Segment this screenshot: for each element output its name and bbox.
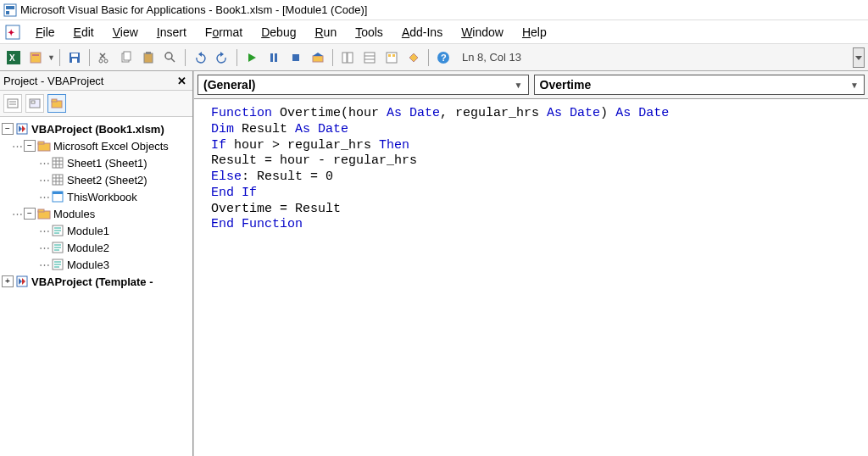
toolbar-overflow-icon[interactable] (853, 47, 865, 68)
stop-icon[interactable] (286, 47, 306, 68)
svg-rect-29 (348, 53, 353, 63)
project-pane-toolbar (0, 91, 192, 117)
toolbar-separator (428, 49, 429, 66)
pause-icon[interactable] (264, 47, 284, 68)
tree-thisworkbook[interactable]: ⋯ ThisWorkbook (2, 188, 191, 205)
view-object-icon[interactable] (25, 94, 44, 113)
tree-module3[interactable]: ⋯ Module3 (2, 256, 191, 273)
save-icon[interactable] (64, 47, 85, 68)
menu-view[interactable]: View (104, 22, 147, 42)
toggle-folders-icon[interactable] (47, 94, 66, 113)
toolbar: X ▼ ? Ln 8, Col 13 (0, 44, 868, 71)
collapse-icon[interactable]: − (24, 140, 36, 152)
dropdown-arrow-icon[interactable]: ▼ (47, 53, 55, 62)
tree-excel-objects[interactable]: ⋯ − Microsoft Excel Objects (2, 137, 191, 154)
toolbox-icon[interactable] (403, 47, 424, 68)
tree-vbaproject-template[interactable]: + VBAProject (Template - (2, 273, 191, 290)
toolbar-separator (59, 49, 60, 66)
tree-module1[interactable]: ⋯ Module1 (2, 222, 191, 239)
svg-line-19 (171, 58, 175, 62)
tree-sheet1[interactable]: ⋯ Sheet1 (Sheet1) (2, 154, 191, 171)
object-browser-icon[interactable] (381, 47, 402, 68)
project-pane-title: Project - VBAProject (3, 75, 104, 87)
menu-tools[interactable]: Tools (347, 22, 392, 42)
tree-vbaproject-book1[interactable]: − VBAProject (Book1.xlsm) (2, 120, 191, 137)
tree-modules[interactable]: ⋯ − Modules (2, 205, 191, 222)
view-code-icon[interactable] (3, 94, 22, 113)
vb-logo-icon: ✦ (5, 25, 20, 40)
worksheet-icon (51, 173, 64, 186)
collapse-icon[interactable]: − (24, 208, 36, 220)
object-dropdown[interactable]: (General) ▼ (198, 75, 529, 95)
menu-edit[interactable]: Edit (65, 22, 103, 42)
toolbar-separator (185, 49, 186, 66)
project-tree[interactable]: − VBAProject (Book1.xlsm) ⋯ − Microsoft … (0, 117, 192, 456)
folder-icon (37, 139, 51, 153)
help-icon[interactable]: ? (433, 47, 453, 68)
menu-addins[interactable]: Add-Ins (393, 22, 451, 42)
svg-rect-33 (387, 53, 397, 63)
module-icon (51, 258, 64, 271)
svg-marker-20 (198, 52, 202, 57)
menu-format[interactable]: Format (197, 22, 251, 42)
code-line: End If (211, 186, 851, 202)
close-icon[interactable]: ✕ (174, 73, 189, 88)
menu-debug[interactable]: Debug (253, 22, 304, 42)
code-line: Dim Result As Date (211, 122, 851, 138)
run-icon[interactable] (242, 47, 262, 68)
svg-point-12 (99, 59, 103, 63)
code-line: Else: Result = 0 (211, 170, 851, 186)
collapse-icon[interactable]: − (2, 123, 14, 135)
properties-icon[interactable] (359, 47, 380, 68)
svg-rect-64 (38, 209, 44, 212)
code-line: Result = hour - regular_hrs (211, 153, 851, 170)
expand-icon[interactable]: + (2, 275, 14, 287)
svg-text:✦: ✦ (8, 28, 14, 37)
tree-sheet2[interactable]: ⋯ Sheet2 (Sheet2) (2, 171, 191, 188)
svg-rect-17 (146, 52, 151, 54)
cut-icon[interactable] (94, 47, 114, 68)
excel-icon[interactable]: X (3, 47, 24, 68)
menu-help[interactable]: Help (514, 22, 555, 42)
procedure-dropdown[interactable]: Overtime ▼ (534, 75, 865, 95)
menu-run[interactable]: Run (306, 22, 345, 42)
svg-rect-62 (53, 192, 63, 194)
svg-rect-45 (52, 99, 57, 102)
svg-rect-16 (144, 53, 153, 63)
main-split: Project - VBAProject ✕ − VBAProject (Boo… (0, 71, 868, 456)
svg-rect-50 (38, 142, 44, 144)
svg-rect-30 (364, 53, 375, 63)
svg-point-13 (104, 59, 108, 63)
vbaproject-icon (15, 122, 29, 136)
design-mode-icon[interactable] (308, 47, 328, 68)
copy-icon[interactable] (116, 47, 136, 68)
undo-icon[interactable] (190, 47, 210, 68)
redo-icon[interactable] (212, 47, 232, 68)
toolbar-separator (332, 49, 333, 66)
code-editor[interactable]: Function Overtime(hour As Date, regular_… (194, 99, 868, 456)
menu-file[interactable]: File (27, 22, 64, 42)
svg-rect-28 (342, 53, 347, 63)
svg-rect-35 (392, 54, 395, 57)
window-title: Microsoft Visual Basic for Applications … (20, 3, 367, 16)
svg-rect-10 (71, 53, 78, 57)
svg-rect-1 (6, 6, 14, 9)
svg-rect-51 (53, 158, 63, 168)
svg-text:?: ? (441, 53, 447, 63)
svg-marker-21 (220, 52, 224, 57)
svg-rect-8 (32, 54, 39, 56)
toolbar-separator (236, 49, 237, 66)
project-explorer-icon[interactable] (337, 47, 358, 68)
paste-icon[interactable] (138, 47, 159, 68)
menu-window[interactable]: Window (453, 22, 512, 42)
svg-rect-11 (72, 58, 77, 63)
svg-rect-26 (313, 56, 323, 62)
find-icon[interactable] (160, 47, 181, 68)
menu-insert[interactable]: Insert (148, 22, 195, 42)
code-line: Function Overtime(hour As Date, regular_… (211, 106, 851, 122)
insert-module-icon[interactable] (25, 47, 46, 68)
workbook-icon (51, 190, 64, 203)
module-icon (51, 241, 64, 254)
svg-rect-34 (388, 54, 391, 57)
tree-module2[interactable]: ⋯ Module2 (2, 239, 191, 256)
